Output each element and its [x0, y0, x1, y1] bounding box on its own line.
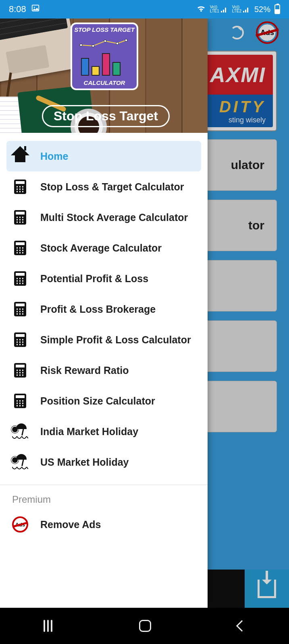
menu-item-stock-avg[interactable]: Stock Average Calculator — [6, 233, 201, 263]
menu-item-label: Remove Ads — [40, 519, 101, 530]
menu-item-simple-pl[interactable]: Simple Profit & Loss Calculator — [6, 324, 201, 355]
menu-item-label: Potential Profit & Loss — [40, 273, 148, 285]
menu-item-us-holiday[interactable]: US Market Holiday — [6, 447, 201, 477]
menu-item-label: Home — [40, 151, 68, 162]
no-ads-icon: Ads — [12, 516, 28, 533]
menu-item-label: Stock Average Calculator — [40, 242, 162, 254]
picture-icon — [31, 4, 40, 15]
menu-item-multi-stock-avg[interactable]: Multi Stock Average Calculator — [6, 202, 201, 233]
drawer-header: STOP LOSS TARGET CALCULATOR Stop Loss Ta… — [0, 19, 208, 133]
home-button[interactable] — [139, 620, 151, 632]
wifi-icon — [196, 4, 206, 14]
menu-item-india-holiday[interactable]: India Market Holiday — [6, 416, 201, 447]
menu-item-risk-reward[interactable]: Risk Reward Ratio — [6, 355, 201, 386]
menu-item-label: India Market Holiday — [40, 426, 138, 438]
beach-icon — [12, 423, 28, 440]
calculator-icon — [12, 270, 28, 287]
menu-item-stop-loss-target[interactable]: Stop Loss & Target Calculator — [6, 171, 201, 202]
menu-item-label: US Market Holiday — [40, 456, 129, 468]
calculator-icon — [12, 362, 28, 378]
svg-point-4 — [104, 40, 106, 42]
calculator-icon — [12, 301, 28, 317]
calculator-icon — [12, 393, 28, 409]
status-bar: 8:08 Vo))LTE1 Vo))LTE2 52% — [0, 0, 289, 19]
svg-point-1 — [34, 7, 35, 8]
drawer-menu: Home Stop Loss & Target Calculator Multi… — [0, 133, 208, 608]
menu-item-label: Risk Reward Ratio — [40, 365, 129, 376]
calculator-icon — [12, 240, 28, 256]
menu-item-home[interactable]: Home — [6, 141, 201, 171]
status-time: 8:08 — [9, 4, 26, 14]
app-logo-badge: STOP LOSS TARGET CALCULATOR — [71, 23, 138, 90]
premium-section-title: Premium — [6, 485, 201, 509]
menu-item-position-size[interactable]: Position Size Calculator — [6, 386, 201, 416]
navigation-drawer: STOP LOSS TARGET CALCULATOR Stop Loss Ta… — [0, 19, 208, 608]
svg-point-3 — [92, 45, 94, 47]
calculator-icon — [12, 209, 28, 225]
svg-point-5 — [116, 42, 119, 45]
sim2-signal-icon: Vo))LTE2 — [232, 5, 250, 13]
back-button[interactable] — [236, 620, 247, 632]
home-icon — [12, 148, 28, 164]
svg-point-2 — [80, 44, 82, 46]
menu-item-potential-pl[interactable]: Potential Profit & Loss — [6, 263, 201, 294]
menu-item-label: Multi Stock Average Calculator — [40, 212, 188, 223]
calculator-icon — [12, 179, 28, 195]
battery-percent: 52% — [254, 5, 270, 14]
menu-item-label: Simple Profit & Loss Calculator — [40, 334, 191, 346]
menu-item-remove-ads[interactable]: Ads Remove Ads — [6, 509, 201, 540]
menu-item-label: Profit & Loss Brokerage — [40, 303, 156, 315]
menu-item-label: Position Size Calculator — [40, 395, 155, 407]
calculator-icon — [12, 332, 28, 348]
menu-item-label: Stop Loss & Target Calculator — [40, 181, 184, 193]
sim1-signal-icon: Vo))LTE1 — [210, 5, 228, 13]
menu-item-pl-brokerage[interactable]: Profit & Loss Brokerage — [6, 294, 201, 324]
recents-button[interactable] — [44, 620, 52, 632]
svg-point-6 — [125, 39, 127, 41]
battery-icon — [274, 4, 280, 14]
system-navigation-bar — [0, 608, 289, 644]
beach-icon — [12, 454, 28, 470]
drawer-title: Stop Loss Target — [42, 105, 170, 127]
